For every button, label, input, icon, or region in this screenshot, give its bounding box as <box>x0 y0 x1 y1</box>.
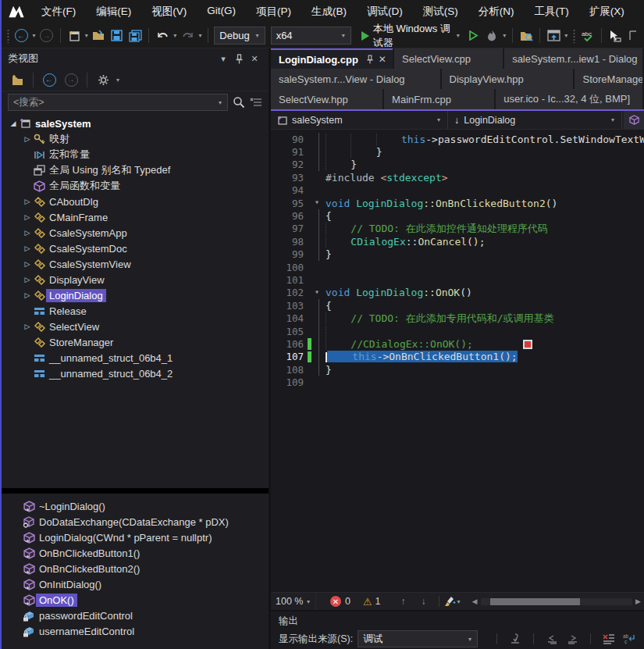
close-icon[interactable]: ✕ <box>247 52 262 66</box>
tree-item-CsaleSystemDoc[interactable]: ▷CsaleSystemDoc <box>2 241 269 256</box>
toolbar-grip[interactable] <box>572 29 575 43</box>
tree-item-__unnamed_struct_06b4_2[interactable]: __unnamed_struct_06b4_2 <box>2 366 269 381</box>
tree-item-saleSystem[interactable]: ◢saleSystem <box>2 116 269 131</box>
tree-item-CsaleSystemApp[interactable]: ▷CsaleSystemApp <box>2 225 269 241</box>
member-item-OnBnClickedButton1-[interactable]: OnBnClickedButton1() <box>2 545 269 561</box>
member-item-usernameEditControl[interactable]: usernameEditControl <box>2 623 269 639</box>
window-layout-button[interactable] <box>546 27 561 45</box>
tab-close-icon[interactable]: ✕ <box>379 54 386 65</box>
tree-item--[interactable]: 全局函数和变量 <box>2 178 269 194</box>
expander-icon[interactable]: ▷ <box>22 244 33 252</box>
menu-item-10[interactable]: 工具(T) <box>525 2 579 22</box>
menu-item-11[interactable]: 扩展(X) <box>579 2 635 22</box>
fold-collapse-icon[interactable] <box>313 197 326 209</box>
prev-message-icon[interactable] <box>545 633 559 645</box>
tab-user.ico-Ic...32-4-BMP-[interactable]: user.ico - Ic...32, 4 位, BMP] <box>496 89 642 109</box>
code-line-106[interactable]: 106 //CDialogEx::OnOK(); <box>271 337 644 350</box>
code-text[interactable]: #include <stdexcept> <box>326 172 644 184</box>
open-folder-button[interactable] <box>91 27 107 45</box>
tab-SelectView.hpp[interactable]: SelectView.hpp <box>271 89 382 109</box>
search-history-dropdown-icon[interactable]: ▾ <box>218 99 222 106</box>
code-text[interactable]: void LoginDialog::OnBnClickedButton2() <box>326 198 644 209</box>
window-layout-dropdown-icon[interactable]: ▾ <box>564 32 568 39</box>
code-cleanup-dropdown-icon[interactable]: ▾ <box>457 598 461 605</box>
member-cube-icon[interactable] <box>624 111 644 129</box>
save-button[interactable] <box>109 27 125 45</box>
code-text[interactable]: { <box>326 300 644 312</box>
tab-MainFrm.cpp[interactable]: MainFrm.cpp <box>384 89 494 109</box>
error-count[interactable]: 0 <box>345 596 350 607</box>
code-line-96[interactable]: 96{ <box>271 209 644 222</box>
platform-combo[interactable]: x64▾ <box>271 27 351 45</box>
settings-dropdown-icon[interactable]: ▾ <box>116 77 120 84</box>
new-project-dropdown-icon[interactable]: ▾ <box>84 32 89 39</box>
expander-icon[interactable]: ▷ <box>22 135 33 143</box>
class-view-splitter[interactable] <box>2 488 269 494</box>
line-number[interactable]: 102 <box>271 287 307 298</box>
code-line-104[interactable]: 104 // TODO: 在此添加专用代码和/或调用基类 <box>271 312 644 324</box>
code-text[interactable]: } <box>326 159 644 170</box>
undo-button[interactable] <box>155 27 170 45</box>
line-number[interactable]: 105 <box>271 326 307 337</box>
toolbar-grip[interactable] <box>6 29 9 43</box>
expander-icon[interactable]: ◢ <box>8 119 19 127</box>
line-number[interactable]: 109 <box>271 376 307 388</box>
line-number[interactable]: 91 <box>271 146 307 158</box>
project-scope-combo[interactable]: saleSystem ▾ <box>271 111 448 129</box>
start-without-debugging-button[interactable] <box>466 27 482 45</box>
scrollbar-track[interactable] <box>481 598 633 605</box>
tab-saleSystem.r...View-Dialog[interactable]: saleSystem.r...View - Dialog <box>271 69 440 89</box>
scroll-right-icon[interactable]: ▶ <box>632 597 644 605</box>
search-input[interactable]: <搜索> ▾ <box>8 94 228 111</box>
solution-config-combo[interactable]: Debug▾ <box>214 27 265 45</box>
tree-item-Release[interactable]: Release <box>2 303 269 319</box>
tree-item-LoginDialog[interactable]: ▷LoginDialog <box>2 287 269 303</box>
code-line-103[interactable]: 103{ <box>271 299 644 312</box>
search-icon[interactable] <box>233 96 245 109</box>
tree-item--[interactable]: 宏和常量 <box>2 147 269 162</box>
output-source-combo[interactable]: 调试 ▾ <box>358 630 478 647</box>
code-text[interactable]: CDialogEx::OnCancel(); <box>326 236 644 248</box>
code-line-98[interactable]: 98 CDialogEx::OnCancel(); <box>271 235 644 248</box>
line-number[interactable]: 108 <box>271 364 307 376</box>
navigate-forward-button[interactable]: → <box>38 27 54 45</box>
pin-icon[interactable] <box>231 52 247 66</box>
code-text[interactable]: void LoginDialog::OnOK() <box>326 287 644 298</box>
find-in-files-button[interactable] <box>518 27 534 45</box>
expander-icon[interactable]: ▷ <box>22 291 33 299</box>
warning-count-icon[interactable]: ⚠ <box>363 596 372 608</box>
type-scope-combo[interactable]: ↓ LoginDialog ▾ <box>448 111 622 129</box>
line-number[interactable]: 90 <box>271 134 307 145</box>
code-text[interactable]: } <box>326 146 644 158</box>
zoom-level-combo[interactable]: 100 %▾ <box>271 593 316 610</box>
class-view-settings-button[interactable] <box>94 70 112 89</box>
code-editor[interactable]: 90 this->passwordEditControl.SetWindowTe… <box>271 130 644 592</box>
navigate-back-button[interactable]: ← <box>13 27 29 45</box>
menu-item-5[interactable]: 项目(P) <box>246 2 301 22</box>
tab-StoreManager.cpp[interactable]: StoreManager.cpp <box>575 69 642 89</box>
line-number[interactable]: 107 <box>271 351 307 362</box>
start-debugging-button[interactable]: 本地 Windows 调试器 ▾ <box>358 20 464 52</box>
line-number[interactable]: 103 <box>271 300 307 312</box>
toolbar-overflow-icon[interactable] <box>625 27 641 45</box>
undo-dropdown-icon[interactable]: ▾ <box>173 32 177 39</box>
tab-saleSystem.r...iew1-Dialog[interactable]: saleSystem.r...iew1 - Dialog <box>504 48 642 69</box>
tree-item-CAboutDlg[interactable]: ▷CAboutDlg <box>2 194 269 209</box>
tree-item-SelectView[interactable]: ▷SelectView <box>2 319 269 334</box>
line-number[interactable]: 101 <box>271 274 307 286</box>
hot-reload-dropdown-icon[interactable]: ▾ <box>502 32 507 39</box>
code-line-92[interactable]: 92 } <box>271 159 644 171</box>
line-number[interactable]: 104 <box>271 312 307 324</box>
line-number[interactable]: 92 <box>271 159 307 170</box>
spell-check-button[interactable]: abc <box>580 27 596 45</box>
code-line-105[interactable]: 105 <box>271 325 644 337</box>
menu-item-7[interactable]: 调试(D) <box>357 2 413 22</box>
line-number[interactable]: 93 <box>271 172 307 184</box>
code-line-99[interactable]: 99} <box>271 248 644 261</box>
code-text[interactable]: } <box>326 248 644 260</box>
go-to-message-icon[interactable] <box>508 633 522 645</box>
menu-item-1[interactable]: 文件(F) <box>31 2 86 22</box>
warning-count[interactable]: 1 <box>375 596 381 607</box>
menu-item-6[interactable]: 生成(B) <box>301 2 357 22</box>
class-view-header[interactable]: 类视图 ▾ ✕ <box>2 48 269 69</box>
